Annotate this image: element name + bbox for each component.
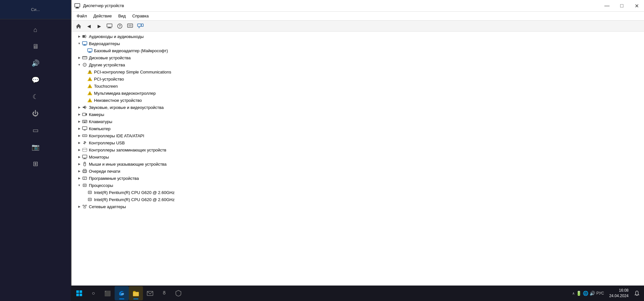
expander-computer[interactable]: ▶ bbox=[77, 126, 82, 131]
tree-item-monitors[interactable]: ▶ Мониторы bbox=[71, 153, 644, 160]
tree-item-print[interactable]: ▶ Очереди печати bbox=[71, 168, 644, 175]
menu-action[interactable]: Действие bbox=[91, 13, 114, 19]
taskbar-settings-button[interactable] bbox=[157, 286, 171, 300]
svg-rect-16 bbox=[82, 42, 87, 44]
taskbar-edge-button[interactable] bbox=[115, 286, 129, 300]
expander-audio[interactable]: ▶ bbox=[77, 34, 82, 39]
expander-network[interactable]: ▶ bbox=[77, 204, 82, 209]
tree-item-cpu1[interactable]: Intel(R) Pentium(R) CPU G620 @ 2.60GHz bbox=[71, 189, 644, 196]
icon-warning-multimedia: ! bbox=[87, 91, 93, 96]
expander-print[interactable]: ▶ bbox=[77, 169, 82, 174]
expander-sound[interactable]: ▶ bbox=[77, 105, 82, 110]
taskbar-search-button[interactable]: ○ bbox=[86, 286, 100, 300]
tree-item-disk[interactable]: ▶ Дисковые устройства bbox=[71, 54, 644, 61]
tree-item-ide[interactable]: ▶ Контроллеры IDE ATA/ATAPI bbox=[71, 132, 644, 139]
expander-cameras[interactable]: ▶ bbox=[77, 112, 82, 117]
tree-item-audio[interactable]: ▶ Аудиовходы и аудиовыходы bbox=[71, 33, 644, 40]
menu-help[interactable]: Справка bbox=[130, 13, 151, 19]
taskbar-notifications-button[interactable] bbox=[631, 287, 643, 299]
sidebar-icon-display[interactable]: 🖥 bbox=[28, 39, 43, 54]
close-button[interactable]: ✕ bbox=[629, 0, 644, 12]
sidebar-icon-chat[interactable]: 💬 bbox=[28, 72, 43, 88]
expander-other[interactable]: ▼ bbox=[77, 62, 82, 67]
taskbar-security-button[interactable] bbox=[171, 286, 185, 300]
label-cpu1: Intel(R) Pentium(R) CPU G620 @ 2.60GHz bbox=[94, 190, 175, 195]
toolbar-monitor2-icon[interactable] bbox=[136, 22, 145, 30]
svg-text:?: ? bbox=[84, 63, 85, 67]
tree-item-usb[interactable]: ▶ Контроллеры USB bbox=[71, 139, 644, 146]
taskbar-mail-button[interactable] bbox=[143, 286, 157, 300]
menu-view[interactable]: Вид bbox=[116, 13, 128, 19]
icon-processors bbox=[82, 183, 88, 188]
label-computer: Компьютер bbox=[89, 127, 110, 131]
sidebar-icon-power[interactable]: ⏻ bbox=[28, 106, 43, 121]
svg-rect-15 bbox=[82, 35, 85, 38]
taskbar-start-button[interactable] bbox=[72, 286, 86, 300]
expander-usb[interactable]: ▶ bbox=[77, 140, 82, 145]
sidebar-icon-camera2[interactable]: 📷 bbox=[28, 139, 43, 155]
tree-item-other[interactable]: ▼ ? Другие устройства bbox=[71, 61, 644, 68]
expander-firmware[interactable]: ▶ bbox=[77, 176, 82, 181]
toolbar: ◀ ▶ ? bbox=[71, 21, 644, 32]
minimize-button[interactable]: — bbox=[600, 0, 614, 12]
expander-storage[interactable]: ▶ bbox=[77, 147, 82, 152]
tree-item-computer[interactable]: ▶ Компьютер bbox=[71, 125, 644, 132]
tree-item-pci-comm[interactable]: ! PCI-контроллер Simple Communications bbox=[71, 68, 644, 75]
tree-item-network[interactable]: ▶ Сетевые адаптеры bbox=[71, 203, 644, 210]
toolbar-home-icon[interactable] bbox=[74, 22, 83, 30]
tree-item-video[interactable]: ▼ Видеоадаптеры bbox=[71, 40, 644, 47]
taskbar-explorer-button[interactable] bbox=[129, 286, 143, 300]
clock-date: 24.04.2024 bbox=[609, 293, 629, 299]
tree-item-firmware[interactable]: ▶ Программные устройства bbox=[71, 175, 644, 182]
tray-language[interactable]: РУС bbox=[596, 291, 604, 296]
menu-file[interactable]: Файл bbox=[74, 13, 90, 19]
tree-item-cameras[interactable]: ▶ Камеры bbox=[71, 111, 644, 118]
icon-ide bbox=[82, 133, 88, 138]
expander-keyboards[interactable]: ▶ bbox=[77, 119, 82, 124]
sidebar-icon-home[interactable]: ⌂ bbox=[28, 22, 43, 37]
tray-chevron[interactable]: ∧ bbox=[572, 291, 575, 296]
tree-item-mice[interactable]: ▶ Мыши и иные указывающие устройства bbox=[71, 160, 644, 168]
tree-item-storage[interactable]: ▶ Контроллеры запоминающих устройств bbox=[71, 146, 644, 153]
svg-text:!: ! bbox=[90, 78, 90, 81]
expander-monitors[interactable]: ▶ bbox=[77, 154, 82, 160]
expander-pci-dev bbox=[82, 76, 87, 82]
tree-item-basic-video[interactable]: Базовый видеоадаптер (Майкрософт) bbox=[71, 47, 644, 54]
expander-processors[interactable]: ▼ bbox=[77, 183, 82, 188]
tree-item-keyboards[interactable]: ▶ Клавиатуры bbox=[71, 118, 644, 125]
tree-item-multimedia[interactable]: ! Мультимедиа видеоконтроллер bbox=[71, 90, 644, 97]
device-tree[interactable]: ▶ Аудиовходы и аудиовыходы ▼ Видеоадапте… bbox=[71, 32, 644, 286]
tree-item-processors[interactable]: ▼ Процессоры bbox=[71, 182, 644, 189]
taskbar-clock[interactable]: 16:08 24.04.2024 bbox=[607, 288, 631, 299]
tree-item-cpu2[interactable]: Intel(R) Pentium(R) CPU G620 @ 2.60GHz bbox=[71, 196, 644, 203]
tree-item-touchscreen[interactable]: ! Touchscreen bbox=[71, 83, 644, 90]
tree-item-unknown[interactable]: ! Неизвестное устройство bbox=[71, 97, 644, 104]
tree-item-pci-dev[interactable]: ! PCI-устройство bbox=[71, 75, 644, 83]
toolbar-list-icon[interactable] bbox=[126, 22, 135, 30]
svg-point-50 bbox=[85, 142, 86, 143]
toolbar-computer-icon[interactable] bbox=[105, 22, 114, 30]
icon-other: ? bbox=[82, 62, 88, 67]
expander-ide[interactable]: ▶ bbox=[77, 133, 82, 138]
sidebar-icon-grid[interactable]: ⊞ bbox=[28, 156, 43, 171]
tree-item-sound[interactable]: ▶ Звуковые, игровые и видеоустройства bbox=[71, 104, 644, 111]
svg-rect-75 bbox=[76, 290, 79, 293]
maximize-button[interactable]: □ bbox=[614, 0, 629, 12]
taskbar-taskview-button[interactable]: ⬛ bbox=[100, 286, 115, 300]
toolbar-back-icon[interactable]: ◀ bbox=[84, 22, 93, 30]
expander-unknown bbox=[82, 98, 87, 103]
sidebar-icon-volume[interactable]: 🔊 bbox=[28, 55, 43, 71]
label-unknown: Неизвестное устройство bbox=[94, 98, 142, 102]
toolbar-forward-icon[interactable]: ▶ bbox=[95, 22, 104, 30]
expander-video[interactable]: ▼ bbox=[77, 41, 82, 46]
label-pci-comm: PCI-контроллер Simple Communications bbox=[94, 70, 171, 74]
expander-mice[interactable]: ▶ bbox=[77, 161, 82, 167]
expander-disk[interactable]: ▶ bbox=[77, 55, 82, 60]
toolbar-help-icon[interactable]: ? bbox=[115, 22, 124, 30]
label-monitors: Мониторы bbox=[89, 155, 109, 159]
sidebar-icon-rect[interactable]: ▭ bbox=[28, 122, 43, 138]
svg-rect-79 bbox=[133, 292, 139, 296]
icon-keyboards bbox=[82, 119, 88, 124]
svg-rect-60 bbox=[83, 177, 87, 180]
sidebar-icon-moon[interactable]: ☾ bbox=[28, 89, 43, 104]
